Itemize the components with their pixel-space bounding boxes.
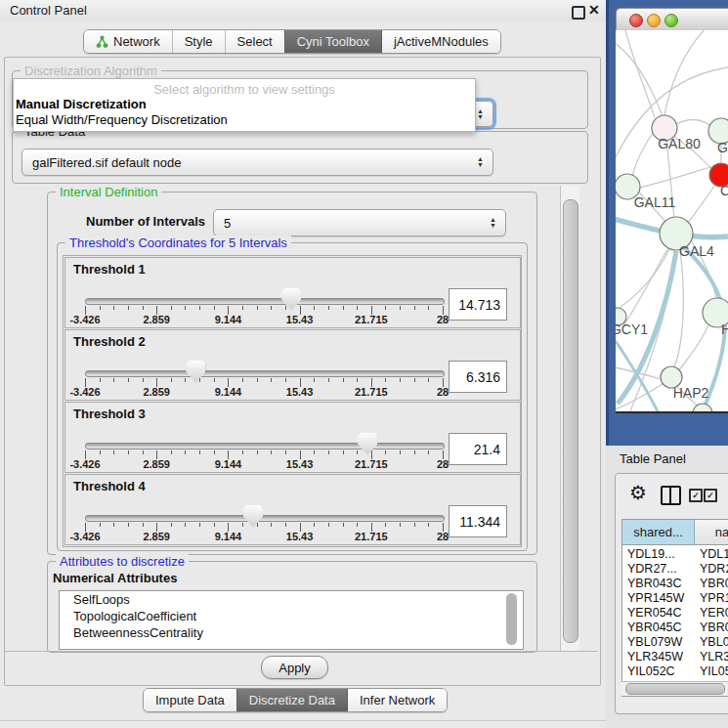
attribute-list-item[interactable]: TopologicalCoefficient — [60, 608, 523, 624]
node-attribute-table[interactable]: shared... name YDL19...YDL19...YDR27...Y… — [621, 519, 728, 697]
slider-tick-labels: -3.4262.8599.14415.4321.71528 — [85, 531, 443, 543]
table-row[interactable]: YBR043CYBR043C — [622, 577, 728, 591]
tab-cyni-toolbox[interactable]: Cyni Toolbox — [284, 30, 381, 53]
threshold-value-field[interactable] — [449, 433, 507, 465]
algorithm-dropdown-popup: Select algorithm to view settings Manual… — [13, 78, 476, 132]
svg-text:GAL4: GAL4 — [679, 243, 714, 259]
bottom-tab-bar: Impute Data Discretize Data Infer Networ… — [143, 688, 448, 712]
threshold-panel: Threshold 4 -3.4262.8599.14415.4321.7152… — [64, 474, 521, 545]
svg-text:HAP2: HAP2 — [673, 385, 709, 401]
table-row[interactable]: YBR045CYBR045C — [622, 621, 728, 635]
svg-text:C: C — [720, 183, 728, 198]
thresholds-group-title: Threshold's Coordinates for 5 Intervals — [65, 236, 291, 250]
threshold-label: Threshold 1 — [73, 262, 146, 277]
apply-button[interactable]: Apply — [261, 656, 328, 679]
table-row[interactable]: YER054CYER054C — [622, 606, 728, 621]
slider-tick-labels: -3.4262.8599.14415.4321.71528 — [85, 386, 443, 399]
threshold-value-field[interactable] — [449, 288, 507, 321]
minimize-traffic-light-icon[interactable] — [647, 14, 661, 27]
tab-jactivemnodules[interactable]: jActiveMNodules — [381, 30, 500, 53]
threshold-panel: Threshold 3 -3.4262.8599.14415.4321.7152… — [64, 402, 521, 473]
threshold-slider-track[interactable] — [85, 370, 445, 377]
combo-arrows-icon: ▲▼ — [490, 217, 496, 229]
panel-title: Control Panel — [10, 3, 87, 18]
tab-infer-network[interactable]: Infer Network — [347, 689, 447, 711]
tab-impute-data[interactable]: Impute Data — [144, 689, 236, 711]
table-row[interactable]: YIL052CYIL052C — [622, 664, 728, 679]
table-panel-title: Table Panel — [620, 451, 686, 466]
slider-tick-labels: -3.4262.8599.14415.4321.71528 — [85, 458, 443, 471]
dropdown-option-equal-width[interactable]: Equal Width/Frequency Discretization — [14, 112, 475, 128]
checkbox-icon[interactable]: ✓ — [704, 489, 717, 502]
thresholds-container: Threshold 1 -3.4262.8599.14415.4321.7152… — [63, 255, 522, 547]
table-row[interactable]: YBL079WYBL079W — [622, 635, 728, 650]
attributes-group-title: Attributes to discretize — [56, 554, 189, 569]
dropdown-option-manual[interactable]: Manual Discretization — [14, 97, 475, 112]
table-data-selected: galFiltered.sif default node — [32, 155, 181, 170]
threshold-label: Threshold 3 — [73, 407, 146, 421]
attribute-list-item[interactable]: SelfLoops — [60, 591, 523, 608]
tab-network[interactable]: Network — [84, 30, 172, 53]
threshold-slider-track[interactable] — [85, 298, 445, 305]
table-hscrollbar-thumb[interactable] — [625, 683, 725, 695]
svg-text:GAL11: GAL11 — [634, 194, 676, 210]
number-of-intervals-label: Number of Intervals — [86, 214, 205, 229]
svg-text:GCY1: GCY1 — [616, 321, 648, 337]
top-tab-bar: Network Style Select Cyni Toolbox jActiv… — [83, 29, 501, 54]
numerical-attributes-label: Numerical Attributes — [53, 571, 177, 585]
number-of-intervals-combobox[interactable]: 5 ▲▼ — [213, 209, 506, 236]
table-row[interactable]: YPR145WYPR145W — [622, 591, 728, 606]
table-data-combobox[interactable]: galFiltered.sif default node ▲▼ — [21, 149, 493, 176]
viewport-divider — [5, 651, 598, 652]
close-traffic-light-icon[interactable] — [629, 14, 643, 27]
threshold-panel: Threshold 2 -3.4262.8599.14415.4321.7152… — [64, 329, 521, 401]
discretization-algorithm-title: Discretization Algorithm — [21, 64, 161, 78]
threshold-slider-track[interactable] — [85, 515, 445, 522]
checkbox-icon[interactable]: ✓ — [689, 489, 703, 502]
combo-arrows-icon: ▲▼ — [477, 156, 484, 168]
intervals-value: 5 — [224, 216, 231, 231]
threshold-value-field[interactable] — [449, 361, 507, 393]
threshold-slider-track[interactable] — [85, 443, 445, 450]
column-header-shared-name[interactable]: shared... — [622, 520, 695, 545]
svg-text:H: H — [721, 321, 728, 337]
slider-tick-labels: -3.4262.8599.14415.4321.71528 — [85, 314, 443, 326]
attribute-list-item[interactable]: BetweennessCentrality — [60, 624, 523, 641]
table-row[interactable]: YDR27...YDR27... — [622, 562, 728, 577]
threshold-label: Threshold 4 — [73, 479, 146, 493]
column-layout-icon[interactable] — [661, 486, 681, 505]
panel-scrollbar-thumb[interactable] — [563, 199, 578, 643]
network-icon — [96, 35, 108, 49]
column-header-name[interactable]: name — [695, 520, 728, 545]
float-window-icon[interactable] — [572, 6, 585, 20]
network-graph: GAL80GACGAL11GAL4GCY1HHAP2 — [616, 30, 728, 411]
tab-select[interactable]: Select — [225, 30, 284, 53]
control-panel-titlebar — [0, 0, 606, 21]
attributes-list-scrollbar-thumb[interactable] — [506, 593, 517, 645]
table-row[interactable]: YLR345WYLR345W — [622, 650, 728, 664]
tab-discretize-data[interactable]: Discretize Data — [236, 689, 347, 711]
svg-text:GA: GA — [717, 140, 728, 155]
tab-style[interactable]: Style — [172, 30, 225, 53]
combo-arrows-icon: ▲▼ — [477, 108, 484, 120]
svg-text:GAL80: GAL80 — [658, 136, 701, 151]
numerical-attributes-list[interactable]: SelfLoopsTopologicalCoefficientBetweenne… — [59, 590, 524, 650]
threshold-panel: Threshold 1 -3.4262.8599.14415.4321.7152… — [64, 257, 521, 328]
table-row[interactable]: YDL19...YDL19... — [622, 547, 728, 562]
zoom-traffic-light-icon[interactable] — [664, 14, 678, 27]
network-window-titlebar[interactable] — [616, 8, 728, 32]
threshold-value-field[interactable] — [449, 505, 507, 537]
network-canvas[interactable]: GAL80GACGAL11GAL4GCY1HHAP2 — [616, 30, 728, 413]
bottom-divider — [0, 720, 606, 721]
dropdown-hint: Select algorithm to view settings — [14, 79, 475, 97]
close-icon[interactable]: ✕ — [588, 2, 600, 18]
table-header-row: shared... name — [622, 520, 728, 545]
threshold-label: Threshold 2 — [73, 334, 146, 349]
interval-definition-title: Interval Definition — [56, 185, 161, 199]
gear-icon[interactable]: ⚙ — [629, 481, 647, 504]
